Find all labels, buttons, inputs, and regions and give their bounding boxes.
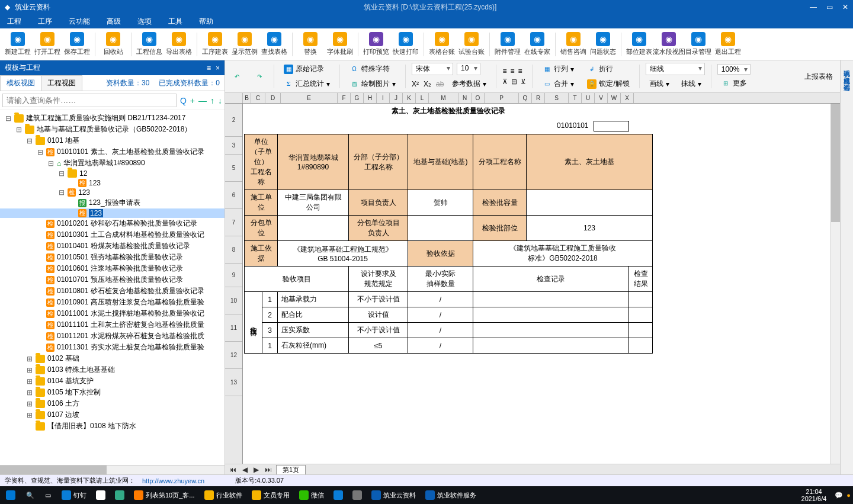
col-header[interactable]: S [545, 93, 569, 103]
tool-显示范例[interactable]: ◉显示范例 [230, 32, 259, 56]
grid[interactable]: 素土、灰土地基检验批质量验收记录 01010101 单位（子单位） 工程名称 华… [243, 104, 840, 464]
tool-部位建表[interactable]: ◉部位建表 [625, 32, 653, 56]
col-header[interactable]: T [569, 93, 582, 103]
tree-scrollbar-h[interactable] [0, 465, 225, 474]
ref-data-button[interactable]: 参考数据 ▾ [448, 78, 490, 90]
row-header[interactable]: 2 [225, 104, 242, 137]
tree-node[interactable]: 检01011301 夯实水泥土桩复合地基检验批质量验 [0, 342, 225, 353]
erase-line-button[interactable]: 抹线 ▾ [678, 78, 705, 90]
tool-导出表格[interactable]: ◉导出表格 [165, 32, 193, 56]
tab-template-view[interactable]: 模板视图 [0, 75, 41, 91]
search-taskbar-icon[interactable]: 🔍 [23, 490, 38, 500]
search-input[interactable] [2, 94, 177, 107]
start-button[interactable] [2, 489, 19, 501]
size-select[interactable]: 10 [457, 63, 480, 75]
tree-view[interactable]: ⊟建筑工程施工质量验收实施细则 DB21/T1234-2017⊟地基与基础工程质… [0, 110, 225, 465]
first-sheet-icon[interactable]: ⏮ [227, 466, 238, 474]
tool-工程信息[interactable]: ◉工程信息 [135, 32, 163, 56]
tool-回收站[interactable]: ◉回收站 [99, 32, 127, 56]
valign-top-icon[interactable]: ⊼ [502, 78, 508, 86]
more-button[interactable]: ⊞更多 [717, 77, 751, 89]
sheet-tab[interactable]: 第1页 [276, 465, 306, 474]
col-header[interactable]: P [485, 93, 519, 103]
minimize-icon[interactable]: — [810, 3, 817, 11]
tab-project-view[interactable]: 工程视图 [41, 75, 82, 91]
expand-icon[interactable]: ⊟ [26, 137, 33, 145]
tree-node[interactable]: ⊞0106 土方 [0, 398, 225, 409]
col-header[interactable]: I [377, 93, 390, 103]
tree-node[interactable]: 检01010801 砂石桩复合地基检验批质量验收记录 [0, 285, 225, 297]
expand-icon[interactable]: ⊟ [37, 148, 44, 156]
remove-icon[interactable]: — [198, 96, 207, 105]
tree-node[interactable]: 报123_报验申请表 [0, 197, 225, 208]
expand-icon[interactable]: ⊟ [5, 114, 12, 123]
tree-node[interactable]: 检123 [0, 178, 225, 188]
col-header[interactable]: C [251, 93, 265, 103]
tree-node[interactable]: ⊞0107 边坡 [0, 409, 225, 420]
task-app[interactable] [349, 489, 365, 501]
col-header[interactable]: U [582, 93, 595, 103]
expand-icon[interactable]: ⊟ [47, 159, 54, 168]
tool-查找表格[interactable]: ◉查找表格 [260, 32, 288, 56]
task-微信[interactable]: 微信 [296, 489, 328, 501]
task-app[interactable] [111, 489, 128, 501]
menu-高级[interactable]: 高级 [107, 17, 121, 27]
tree-node[interactable]: 检01010601 注浆地基检验批质量验收记录 [0, 263, 225, 274]
expand-icon[interactable]: ⊟ [58, 188, 65, 197]
col-header[interactable]: X [621, 93, 634, 103]
menu-帮助[interactable]: 帮助 [199, 17, 213, 27]
tree-node[interactable]: ⊞0105 地下水控制 [0, 387, 225, 398]
row-header[interactable]: 13 [225, 369, 242, 396]
tool-新建工程[interactable]: ◉新建工程 [4, 32, 32, 56]
submit-button[interactable]: 上报表格 [801, 70, 836, 83]
redo-icon[interactable]: ↷ [251, 70, 268, 82]
tree-node[interactable]: ⊞0102 基础 [0, 353, 225, 364]
col-header[interactable]: F [338, 93, 351, 103]
tool-打开工程[interactable]: ◉打开工程 [33, 32, 62, 56]
menu-工程[interactable]: 工程 [7, 17, 21, 27]
status-link[interactable]: http://www.zhuyew.cn [142, 477, 204, 484]
tree-node[interactable]: 检01010901 高压喷射注浆复合地基检验批质量验 [0, 297, 225, 308]
tool-字体批刷[interactable]: ◉字体批刷 [326, 32, 354, 56]
task-行业软件[interactable]: 行业软件 [201, 489, 246, 501]
col-header[interactable]: G [351, 93, 364, 103]
menu-云功能[interactable]: 云功能 [69, 17, 90, 27]
col-header[interactable]: W [608, 93, 621, 103]
sheet-scrollbar-v[interactable] [830, 104, 840, 464]
undo-icon[interactable]: ↶ [229, 70, 245, 82]
tool-保存工程[interactable]: ◉保存工程 [63, 32, 91, 56]
prev-sheet-icon[interactable]: ◀ [240, 466, 249, 474]
tree-node[interactable]: ⊞0103 特殊土地基基础 [0, 364, 225, 375]
draw-line-button[interactable]: 画线 ▾ [646, 78, 673, 90]
task-筑业云资料[interactable]: 筑业云资料 [368, 489, 419, 501]
task-钉钉[interactable]: 钉钉 [58, 489, 90, 501]
task-列表第10页_客...[interactable]: 列表第10页_客... [130, 489, 198, 501]
valign-bot-icon[interactable]: ⊻ [521, 78, 526, 86]
original-record-button[interactable]: ▦原始记录 [280, 63, 333, 75]
add-icon[interactable]: + [190, 96, 195, 105]
last-sheet-icon[interactable]: ⏭ [263, 466, 274, 474]
expand-icon[interactable]: ⊞ [26, 355, 33, 363]
tree-node[interactable]: 检01010301 土工合成材料地基检验批质量验收记 [0, 229, 225, 240]
clock[interactable]: 21:042021/6/4 [797, 488, 832, 502]
tree-node[interactable]: ⊟⌂华润置地翡翠城1#890890 [0, 158, 225, 169]
tree-node[interactable]: 检01010201 砂和砂石地基检验批质量验收记录 [0, 218, 225, 229]
valign-mid-icon[interactable]: ⊟ [511, 78, 517, 86]
task-筑业软件服务[interactable]: 筑业软件服务 [422, 489, 480, 501]
tool-销售咨询[interactable]: ◉销售咨询 [559, 32, 588, 56]
tree-node[interactable]: ⊟12 [0, 169, 225, 178]
up-icon[interactable]: ↑ [210, 96, 214, 105]
tree-node[interactable]: 检01011201 水泥粉煤灰碎石桩复合地基检验批质 [0, 330, 225, 342]
lock-button[interactable]: 🔒锁定/解锁 [583, 78, 633, 90]
tool-目录管理[interactable]: ◉目录管理 [684, 32, 713, 56]
merge-button[interactable]: ▭合并 ▾ [538, 78, 578, 90]
col-header[interactable]: D [265, 93, 281, 103]
col-header[interactable]: L [416, 93, 429, 103]
row-header[interactable]: 8 [225, 236, 242, 264]
col-header[interactable]: K [403, 93, 416, 103]
expand-icon[interactable]: ⊞ [26, 389, 33, 397]
row-header[interactable]: 5 [225, 155, 242, 182]
row-header[interactable]: 11 [225, 314, 242, 342]
col-header[interactable]: N [458, 93, 472, 103]
next-sheet-icon[interactable]: ▶ [252, 466, 261, 474]
